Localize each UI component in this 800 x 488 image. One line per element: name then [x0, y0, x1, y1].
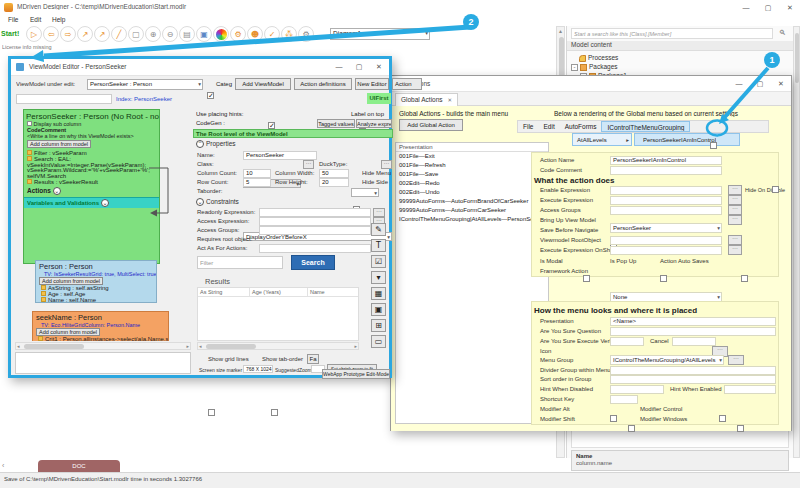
ducktype-select[interactable] [351, 188, 379, 197]
minimize-icon[interactable]: — [736, 0, 756, 15]
cancel-verb-field[interactable] [672, 337, 716, 346]
menu-edit[interactable]: Edit [30, 16, 41, 23]
act-as-field[interactable] [259, 244, 371, 253]
rendered-menu-autoforms[interactable]: AutoForms [560, 121, 602, 132]
edit-field-icon[interactable]: ✎ [371, 223, 386, 236]
line-tool-icon[interactable]: ╱ [111, 26, 127, 42]
start-button[interactable]: Start! [1, 30, 19, 37]
viewmodel-class-person[interactable]: Person : Person TV: IsSeekerResultGrid: … [35, 260, 157, 303]
show-grid-lines-checkbox[interactable] [208, 409, 215, 416]
scroll-up-icon[interactable]: ▲ [558, 28, 563, 34]
scroll-thumb[interactable] [559, 37, 564, 77]
constraints-section[interactable]: ⌄ Constraints [196, 198, 239, 206]
chevron-down-icon[interactable]: ⌄ [101, 199, 109, 207]
scroll-right-icon[interactable]: ▸ [354, 343, 357, 349]
scroll-thumb[interactable] [206, 344, 256, 349]
screen-size-field[interactable]: 768 X 1024 [243, 365, 273, 373]
under-edit-select[interactable]: PersonSeeker : Person [87, 79, 203, 90]
pointer-large-icon[interactable]: ↗ [94, 26, 110, 42]
new-editor-button[interactable]: New Editor [355, 78, 389, 90]
scroll-thumb[interactable] [24, 344, 84, 349]
add-column-button[interactable]: Add column from model [36, 328, 100, 336]
associations-icon[interactable]: ⁂ [281, 26, 297, 42]
canvas-horizontal-scrollbar[interactable]: ◂ ▸ [15, 342, 191, 350]
add-viewmodel-button[interactable]: Add ViewModel [235, 78, 291, 90]
enable-expression-field[interactable] [610, 186, 722, 195]
access-groups-field[interactable] [610, 206, 722, 215]
modifier-control-checkbox[interactable] [719, 415, 726, 422]
text-block-icon[interactable]: T [371, 239, 386, 252]
viewmodel-class-seeker[interactable]: PersonSeeker : Person (No Root - no self… [23, 109, 160, 264]
menu-item-checkbox[interactable] [710, 142, 717, 149]
search-icon[interactable]: 🔍︎ [779, 29, 786, 37]
add-column-button[interactable]: Add column from model [39, 277, 103, 285]
zoom-out-icon[interactable]: ⊖ [162, 26, 178, 42]
screen-tool-icon[interactable]: ▢ [128, 26, 144, 42]
action-name-field[interactable]: PersonSeekerIAmInControl [610, 156, 722, 165]
rendered-submenu-atalllevels[interactable]: AtAllLevels ▸ [572, 133, 632, 146]
forward-arrow-icon[interactable]: ⇨ [60, 26, 76, 42]
bring-up-viewmodel-select[interactable]: PersonSeeker [610, 223, 722, 233]
settings-gears-icon[interactable]: ⚙ [230, 26, 246, 42]
variables-bar[interactable]: Variables and Validations ⌄ [24, 197, 159, 208]
chevron-down-icon[interactable]: ⌄ [196, 198, 204, 206]
menu-file[interactable]: File [8, 16, 18, 23]
column-count-field[interactable]: 10 [243, 169, 271, 178]
actions-titlebar[interactable]: Actions — ▢ ✕ [391, 76, 791, 92]
rendered-menu-grouping[interactable]: IControlTheMenuGrouping [601, 121, 690, 132]
close-icon[interactable]: ✕ [771, 76, 791, 91]
scroll-left-ic on[interactable]: ◂ [199, 343, 202, 349]
vm-column[interactable]: Name : self.Name [36, 297, 156, 303]
list-item[interactable]: 001File—Refresh [396, 161, 548, 170]
maximize-icon[interactable]: ▢ [349, 59, 369, 74]
validate-icon[interactable]: ✓ [264, 26, 280, 42]
vm-column-crit[interactable]: Crit1 : Person.allinstances->select(a|a.… [33, 336, 168, 341]
chevron-up-icon[interactable]: ⌃ [196, 140, 204, 148]
modifier-alt-checkbox[interactable] [610, 415, 617, 422]
color-wheel-icon[interactable] [213, 26, 229, 42]
close-icon[interactable]: ✕ [780, 0, 800, 15]
action-auto-saves-checkbox[interactable] [741, 275, 748, 282]
button-control-icon[interactable]: ▭ [371, 335, 386, 348]
rendered-submenu-leaf[interactable]: PersonSeekerIAmInControl [634, 133, 740, 146]
list-item[interactable]: 002Edit—Undo [396, 188, 548, 197]
tagged-values-button[interactable]: Tagged values [317, 119, 355, 128]
access-groups-field[interactable] [259, 226, 371, 235]
results-column-asstring[interactable]: As String [198, 288, 250, 296]
vm-canvas[interactable]: PersonSeeker : Person (No Root - no self… [15, 109, 191, 341]
results-column-name[interactable]: Name [308, 288, 358, 296]
collapse-icon[interactable]: - [571, 64, 578, 71]
hint-when-enabled-field[interactable] [724, 385, 776, 394]
execute-onshow-field[interactable] [610, 246, 722, 255]
vm-column-results[interactable]: Results : vSeekerResult [24, 179, 159, 185]
grid-control-icon[interactable]: ▦ [371, 287, 386, 300]
presentation-list[interactable]: Presentation 001File—Exit 001File—Refres… [395, 142, 549, 424]
results-grid[interactable]: As String Age (Years) Name [197, 287, 359, 341]
add-global-action-button[interactable]: Add Global Action [399, 119, 463, 131]
viewmodel-class-seekname[interactable]: seekName : Person TV: Eco.HiliteGridColu… [32, 311, 169, 341]
tab-doc[interactable]: DOC [38, 460, 120, 472]
placing-hints-checkbox[interactable] [268, 122, 275, 129]
scroll-right-icon[interactable]: ▸ [186, 343, 189, 349]
run-icon[interactable]: ▷ [26, 26, 42, 42]
minimize-icon[interactable]: — [329, 59, 349, 74]
gear-icon[interactable]: ⚙ [298, 26, 314, 42]
search-button[interactable]: Search [291, 255, 335, 270]
vm-doc-textarea[interactable] [15, 352, 191, 374]
users-icon[interactable]: ☻ [247, 26, 263, 42]
tree-item-processes[interactable]: Processes [579, 54, 618, 63]
hint-when-disabled-field[interactable] [610, 385, 664, 394]
row-height-field[interactable]: 20 [319, 178, 349, 187]
access-expression-field[interactable] [259, 217, 371, 226]
dropdown-control-icon[interactable]: ▾ [371, 271, 386, 284]
close-tab-icon[interactable]: ✕ [448, 97, 453, 103]
add-column-button[interactable]: Add column from model [27, 140, 91, 148]
copy-icon[interactable]: ▣ [196, 26, 212, 42]
vm-filter-input[interactable] [16, 94, 112, 104]
results-filter-input[interactable] [197, 256, 283, 269]
results-horizontal-scrollbar[interactable]: ◂ ▸ [197, 342, 359, 350]
categ-checkbox[interactable] [207, 92, 214, 99]
list-item[interactable]: 002Edit—Redo [396, 179, 548, 188]
ellipsis-button[interactable] [728, 245, 742, 255]
ellipsis-button[interactable] [303, 160, 314, 169]
